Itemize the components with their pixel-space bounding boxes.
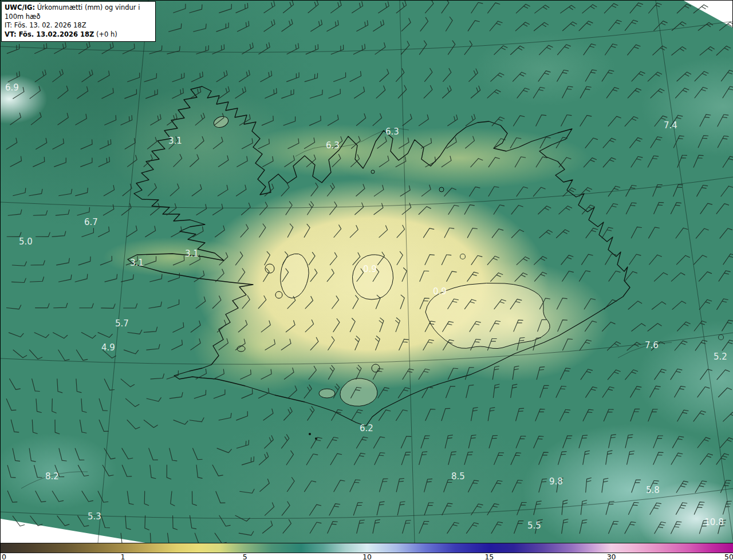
wind-barb: [354, 452, 365, 467]
wind-barb: [354, 114, 367, 126]
colorbar-tick-label: 1: [120, 553, 125, 560]
wind-barb: [150, 464, 156, 479]
wind-barb: [127, 491, 133, 505]
wind-barb: [34, 138, 48, 149]
wind-barb: [261, 251, 271, 265]
wind-barb: [489, 434, 497, 449]
wind-barb: [56, 258, 70, 265]
wind-barb: [424, 478, 432, 493]
wind-barb: [717, 298, 728, 312]
wind-barb: [694, 254, 707, 267]
wind-barb: [329, 502, 340, 517]
wind-barb: [235, 440, 250, 448]
wind-barb: [700, 113, 711, 129]
wind-barb: [490, 20, 502, 34]
wind-barb: [700, 202, 712, 216]
wind-barb: [671, 272, 684, 285]
wind-barb: [584, 157, 596, 170]
wind-barb: [193, 390, 207, 398]
wind-barb: [334, 479, 345, 494]
wind-barb: [53, 329, 68, 339]
wind-barb: [511, 204, 523, 216]
wind-barb: [172, 4, 187, 13]
wind-barb: [393, 69, 405, 82]
wind-barb: [491, 520, 503, 535]
wind-barb: [258, 71, 273, 82]
wind-barb: [403, 368, 413, 382]
wind-barb: [580, 338, 591, 353]
wind-barb: [284, 224, 294, 237]
wind-barb: [78, 463, 88, 478]
wind-barb: [285, 73, 301, 82]
wind-barb: [424, 501, 434, 516]
wind-barb: [324, 183, 336, 196]
wind-barb: [512, 479, 522, 494]
wind-barb: [579, 20, 593, 34]
wind-barb: [719, 269, 730, 283]
wind-barb: [329, 296, 340, 309]
wind-barb: [80, 228, 94, 236]
wind-barb: [29, 189, 44, 196]
wind-barb: [196, 464, 202, 479]
contour-label: 0.9: [433, 286, 447, 297]
wind-barb: [516, 3, 530, 16]
wind-barb: [330, 225, 342, 238]
wind-barb: [212, 463, 223, 477]
wind-barb: [10, 377, 21, 391]
wind-barb: [80, 303, 93, 308]
wind-barb: [309, 20, 324, 31]
wind-barb: [34, 464, 42, 479]
wind-barb: [718, 135, 728, 149]
wind-barb: [123, 89, 138, 98]
wind-barb: [329, 155, 342, 167]
wind-barb: [699, 298, 711, 312]
wind-barb: [56, 113, 70, 125]
wind-barb: [581, 368, 592, 382]
wind-barb: [671, 520, 681, 535]
wind-barb: [491, 479, 502, 494]
wind-barb: [558, 44, 571, 58]
wind-barb: [96, 227, 111, 236]
wind-barb: [442, 407, 450, 422]
wind-barb: [677, 254, 690, 267]
wind-barb: [191, 227, 204, 237]
wind-barb: [235, 156, 249, 167]
colorbar: 01510153050: [1, 543, 733, 560]
wind-barb: [650, 502, 661, 516]
contour-labels-layer: 6.93.16.36.37.46.75.03.13.10.90.95.74.97…: [5, 82, 727, 531]
wind-barb: [627, 450, 635, 466]
wind-barb: [279, 19, 294, 31]
init-time: IT: Fös. 13. 02. 2026 18Z: [5, 21, 86, 29]
map-overlay-svg: 6.93.16.36.37.46.75.03.13.10.90.95.74.97…: [1, 1, 733, 543]
wind-barb: [31, 157, 46, 167]
wind-barb: [442, 17, 453, 31]
wind-barb: [377, 69, 390, 82]
wind-barb: [330, 452, 342, 467]
wind-barb: [261, 409, 275, 420]
wind-barb: [534, 22, 549, 34]
wind-barb: [376, 2, 391, 13]
wind-barb: [53, 303, 68, 307]
wind-barb: [534, 435, 543, 449]
wind-barb: [6, 72, 21, 82]
wind-barb: [166, 299, 180, 308]
wind-barb: [515, 21, 529, 34]
wind-barb: [540, 384, 549, 399]
wind-barb: [6, 397, 16, 412]
wind-barb: [471, 407, 478, 421]
wind-barb: [605, 253, 616, 267]
wind-barb: [494, 203, 504, 216]
wind-barb: [81, 329, 96, 339]
wind-barb: [188, 339, 202, 350]
wind-barb: [488, 2, 500, 16]
wind-barb: [239, 529, 254, 536]
wind-barb: [144, 491, 149, 506]
wind-barb: [446, 385, 455, 400]
wind-barb: [562, 500, 568, 515]
wind-barb: [632, 322, 645, 334]
wind-barb: [75, 447, 84, 462]
wind-barb: [628, 44, 640, 58]
wind-barb: [676, 480, 688, 495]
wind-barb: [448, 451, 456, 466]
wind-barb: [536, 156, 547, 169]
